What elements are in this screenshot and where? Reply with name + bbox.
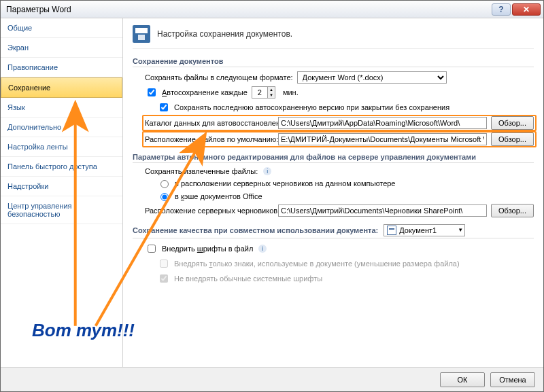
default-location-path[interactable]: [278, 133, 487, 145]
sidebar-item-addins[interactable]: Надстройки: [1, 177, 122, 196]
only-used-checkbox: [160, 260, 168, 268]
autosave-checkbox[interactable]: [148, 88, 156, 96]
sidebar-item-save[interactable]: Сохранение: [1, 77, 122, 98]
autosave-label: Автосохранение каждые: [162, 88, 248, 96]
drafts-local-radio[interactable]: [160, 180, 169, 188]
keep-last-checkbox[interactable]: [160, 103, 168, 111]
section-save-docs: Сохранение документов: [133, 57, 534, 67]
spin-down-icon[interactable]: ▼: [268, 92, 275, 98]
section-server-edit: Параметры автономного редактирования для…: [133, 153, 534, 163]
default-location-label: Расположение файлов по умолчанию:: [145, 135, 274, 143]
info-icon[interactable]: i: [258, 245, 267, 253]
only-used-label: Внедрять только знаки, используемые в до…: [174, 260, 460, 268]
window-title: Параметры Word: [3, 5, 490, 14]
autosave-value[interactable]: [252, 86, 268, 99]
format-label: Сохранять файлы в следующем формате:: [145, 73, 293, 82]
drafts-local-label: в расположении серверных черновиков на д…: [175, 179, 395, 188]
recovery-browse-button[interactable]: Обзор...: [491, 116, 534, 130]
keep-extracted-label: Сохранять извлеченные файлы:: [145, 167, 258, 175]
sidebar-item-language[interactable]: Язык: [1, 98, 122, 118]
annotation-text: Вот тут!!!: [32, 320, 135, 341]
recovery-label: Каталог данных для автовосстановления:: [145, 119, 274, 127]
spin-up-icon[interactable]: ▲: [268, 87, 275, 92]
section-quality: Сохранение качества при совместном испол…: [133, 224, 534, 238]
default-location-browse-button[interactable]: Обзор...: [491, 132, 534, 146]
sidebar-item-advanced[interactable]: Дополнительно: [1, 118, 122, 137]
no-system-checkbox: [160, 274, 168, 283]
options-dialog: Параметры Word ? ✕ Общие Экран Правописа…: [0, 0, 544, 392]
titlebar: Параметры Word ? ✕: [1, 1, 543, 18]
cancel-button[interactable]: Отмена: [490, 372, 535, 387]
help-button[interactable]: ?: [492, 3, 511, 16]
quality-title: Сохранение качества при совместном испол…: [133, 226, 378, 234]
content-pane: Настройка сохранения документов. Сохране…: [123, 18, 543, 367]
sidebar-item-ribbon[interactable]: Настройка ленты: [1, 137, 122, 157]
document-icon: [387, 226, 396, 235]
sidebar-item-trust[interactable]: Центр управления безопасностью: [1, 196, 122, 224]
sidebar-item-display[interactable]: Экран: [1, 38, 122, 58]
keep-last-label: Сохранять последнюю автосохраненную верс…: [174, 103, 449, 111]
sidebar-item-qat[interactable]: Панель быстрого доступа: [1, 157, 122, 177]
page-heading: Настройка сохранения документов.: [157, 29, 292, 39]
server-drafts-browse-button[interactable]: Обзор...: [491, 204, 534, 217]
server-drafts-label: Расположение серверных черновиков:: [145, 207, 274, 215]
chevron-down-icon: ▼: [458, 227, 463, 233]
sidebar: Общие Экран Правописание Сохранение Язык…: [1, 18, 123, 367]
save-icon: [133, 25, 150, 43]
close-button[interactable]: ✕: [512, 3, 541, 16]
server-drafts-path[interactable]: [278, 204, 487, 217]
format-select[interactable]: Документ Word (*.docx): [297, 71, 447, 84]
recovery-path[interactable]: [278, 117, 487, 129]
drafts-cache-radio[interactable]: [160, 193, 169, 201]
autosave-spin[interactable]: ▲▼: [252, 86, 279, 99]
recovery-row: Каталог данных для автовосстановления: О…: [145, 116, 534, 130]
autosave-unit: мин.: [283, 88, 299, 96]
embed-fonts-label: Внедрить шрифты в файл: [162, 245, 253, 253]
info-icon[interactable]: i: [263, 167, 271, 175]
no-system-label: Не внедрять обычные системные шрифты: [174, 274, 322, 283]
quality-doc-select[interactable]: Документ1 ▼: [384, 224, 465, 236]
drafts-cache-label: в кэше документов Office: [175, 192, 262, 200]
ok-button[interactable]: ОК: [440, 372, 485, 387]
sidebar-item-proofing[interactable]: Правописание: [1, 58, 122, 77]
embed-fonts-checkbox[interactable]: [148, 245, 156, 253]
default-location-row: Расположение файлов по умолчанию: Обзор.…: [145, 132, 534, 146]
sidebar-item-general[interactable]: Общие: [1, 18, 122, 38]
dialog-footer: ОК Отмена: [1, 367, 543, 391]
